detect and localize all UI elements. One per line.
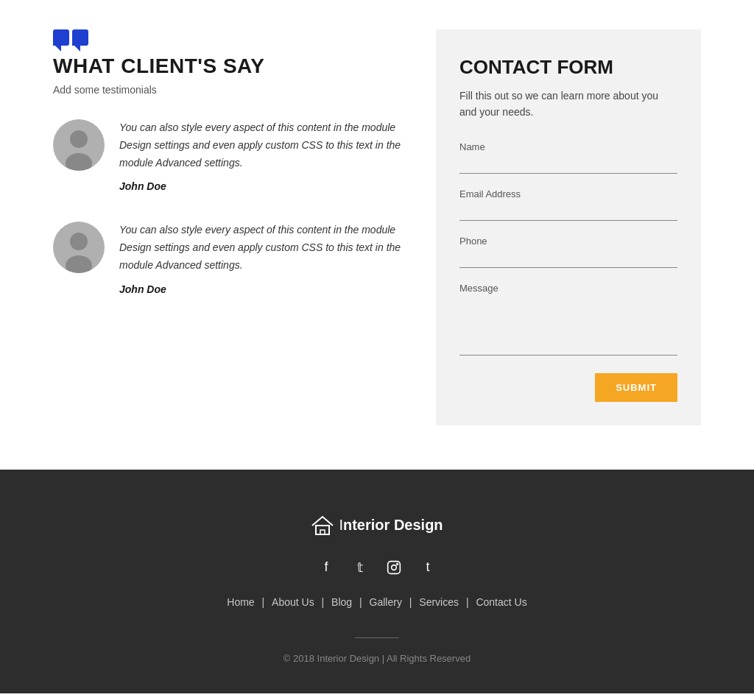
testimonial-2-text: You can also style every aspect of this … — [119, 222, 406, 274]
name-input[interactable] — [459, 155, 677, 174]
svg-point-4 — [70, 233, 88, 250]
footer-logo: Interior Design — [29, 514, 725, 537]
testimonial-1: You can also style every aspect of this … — [53, 119, 406, 192]
form-footer: SUBMIT — [459, 373, 677, 402]
svg-point-1 — [70, 130, 88, 148]
footer-nav: Home | About Us | Blog | Gallery | Servi… — [29, 596, 725, 608]
footer-divider — [355, 637, 399, 638]
footer-nav-blog[interactable]: Blog — [331, 596, 352, 608]
quote-mark-left — [53, 29, 69, 46]
section-title: WHAT CLIENT'S SAY — [53, 54, 406, 78]
instagram-icon[interactable] — [386, 559, 402, 576]
email-label: Email Address — [459, 188, 677, 199]
testimonial-1-text: You can also style every aspect of this … — [119, 119, 406, 172]
main-content: WHAT CLIENT'S SAY Add some testimonials … — [24, 0, 730, 470]
form-description: Fill this out so we can learn more about… — [459, 88, 677, 121]
testimonial-2-name: John Doe — [119, 283, 406, 295]
quote-mark-right — [72, 29, 88, 46]
testimonial-1-name: John Doe — [119, 180, 406, 192]
svg-rect-8 — [388, 561, 401, 573]
phone-label: Phone — [459, 236, 677, 247]
submit-button[interactable]: SUBMIT — [595, 373, 677, 402]
footer-logo-text: Interior Design — [339, 517, 443, 534]
twitter-icon[interactable]: 𝕥 — [352, 559, 368, 576]
footer-logo-bold: nterior Design — [343, 517, 443, 533]
message-textarea[interactable] — [459, 297, 677, 356]
email-input[interactable] — [459, 202, 677, 221]
phone-input[interactable] — [459, 250, 677, 268]
email-field: Email Address — [459, 188, 677, 221]
footer-nav-contact[interactable]: Contact Us — [476, 596, 526, 608]
footer-nav-services[interactable]: Services — [419, 596, 459, 608]
message-label: Message — [459, 283, 677, 294]
contact-form-section: CONTACT FORM Fill this out so we can lea… — [436, 29, 701, 425]
facebook-icon[interactable]: f — [318, 559, 334, 576]
testimonial-2: You can also style every aspect of this … — [53, 222, 406, 294]
testimonial-2-content: You can also style every aspect of this … — [119, 222, 406, 294]
testimonial-1-content: You can also style every aspect of this … — [119, 119, 406, 192]
form-title: CONTACT FORM — [459, 56, 677, 79]
footer-nav-gallery[interactable]: Gallery — [370, 596, 402, 608]
logo-icon — [311, 514, 334, 537]
footer-nav-about[interactable]: About Us — [272, 596, 314, 608]
name-field: Name — [459, 141, 677, 174]
avatar-2 — [53, 222, 105, 273]
name-label: Name — [459, 141, 677, 152]
tumblr-icon[interactable]: t — [420, 559, 436, 576]
site-footer: Interior Design f 𝕥 t Home | About Us | … — [0, 470, 754, 693]
testimonials-section: WHAT CLIENT'S SAY Add some testimonials … — [53, 29, 406, 425]
message-field: Message — [459, 283, 677, 358]
svg-point-9 — [392, 565, 397, 570]
svg-point-10 — [397, 563, 398, 565]
quote-icon — [53, 29, 406, 46]
footer-copyright: © 2018 Interior Design | All Rights Rese… — [29, 653, 725, 664]
section-subtitle: Add some testimonials — [53, 84, 406, 96]
phone-field: Phone — [459, 236, 677, 268]
social-icons: f 𝕥 t — [29, 559, 725, 576]
avatar-1 — [53, 119, 105, 171]
footer-nav-home[interactable]: Home — [227, 596, 254, 608]
